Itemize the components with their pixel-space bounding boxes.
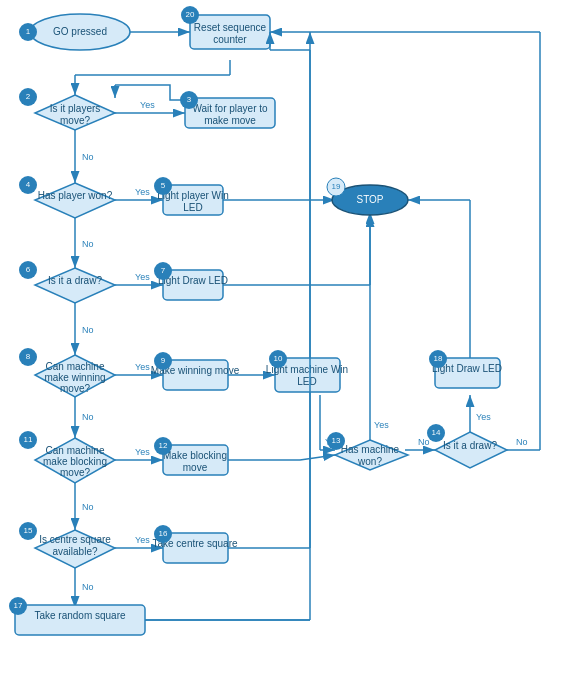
node-2-label: Is it players <box>50 103 101 114</box>
node-20-label: Reset sequence <box>194 22 267 33</box>
svg-line-32 <box>300 455 335 460</box>
svg-text:No: No <box>516 437 528 447</box>
svg-text:6: 6 <box>26 265 31 274</box>
node-17-label: Take random square <box>34 610 126 621</box>
svg-text:10: 10 <box>274 354 283 363</box>
node-10-label2: LED <box>297 376 316 387</box>
node-11-label: Can machine <box>46 445 105 456</box>
svg-text:17: 17 <box>14 601 23 610</box>
svg-text:19: 19 <box>332 182 341 191</box>
svg-text:Yes: Yes <box>140 100 155 110</box>
svg-text:14: 14 <box>432 428 441 437</box>
node-4-label: Has player won? <box>38 190 113 201</box>
node-8-label2: make winning <box>44 372 105 383</box>
svg-text:Yes: Yes <box>135 362 150 372</box>
node-20-label2: counter <box>213 34 247 45</box>
node-15-label2: available? <box>52 546 97 557</box>
svg-text:11: 11 <box>24 435 33 444</box>
svg-text:13: 13 <box>332 436 341 445</box>
svg-text:No: No <box>82 412 94 422</box>
svg-text:No: No <box>82 325 94 335</box>
svg-text:7: 7 <box>161 266 166 275</box>
node-6-label: Is it a draw? <box>48 275 102 286</box>
svg-text:5: 5 <box>161 181 166 190</box>
svg-text:12: 12 <box>159 441 168 450</box>
node-1-label: GO pressed <box>53 26 107 37</box>
svg-text:Yes: Yes <box>374 420 389 430</box>
svg-text:No: No <box>82 502 94 512</box>
svg-text:No: No <box>82 239 94 249</box>
node-13-label2: won? <box>357 456 382 467</box>
node-12-label2: move <box>183 462 208 473</box>
node-15-label: Is centre square <box>39 534 111 545</box>
svg-text:1: 1 <box>26 27 31 36</box>
svg-text:Yes: Yes <box>135 535 150 545</box>
svg-text:No: No <box>418 437 430 447</box>
node-3-label2: make move <box>204 115 256 126</box>
node-8-label3: move? <box>60 383 90 394</box>
node-19-label: STOP <box>356 194 383 205</box>
svg-text:18: 18 <box>434 354 443 363</box>
svg-text:2: 2 <box>26 92 31 101</box>
node-2-label2: move? <box>60 115 90 126</box>
svg-text:No: No <box>82 582 94 592</box>
node-11-label2: make blocking <box>43 456 107 467</box>
svg-text:Yes: Yes <box>476 412 491 422</box>
node-8-label: Can machine <box>46 361 105 372</box>
svg-text:Yes: Yes <box>135 187 150 197</box>
svg-text:3: 3 <box>187 95 192 104</box>
node-11-label3: move? <box>60 467 90 478</box>
svg-text:15: 15 <box>24 526 33 535</box>
svg-text:8: 8 <box>26 352 31 361</box>
svg-text:20: 20 <box>186 10 195 19</box>
node-3-label: Wait for player to <box>192 103 268 114</box>
node-12-label: Make blocking <box>163 450 227 461</box>
node-14-label: Is it a draw? <box>443 440 497 451</box>
node-5-label2: LED <box>183 202 202 213</box>
svg-text:No: No <box>82 152 94 162</box>
svg-text:16: 16 <box>159 529 168 538</box>
svg-text:Yes: Yes <box>135 447 150 457</box>
svg-text:4: 4 <box>26 180 31 189</box>
svg-text:Yes: Yes <box>135 272 150 282</box>
svg-text:9: 9 <box>161 356 166 365</box>
node-13-label: Has machine <box>341 444 400 455</box>
